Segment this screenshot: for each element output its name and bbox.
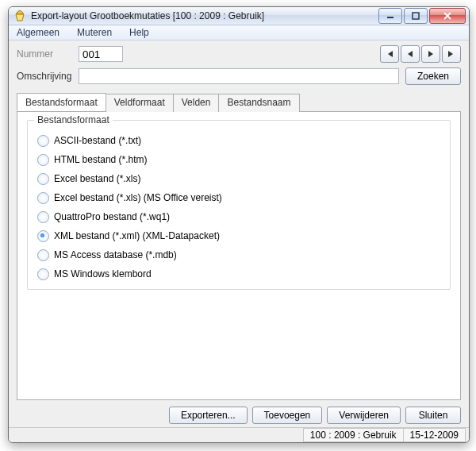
- sluiten-button[interactable]: Sluiten: [405, 407, 461, 424]
- statusbar: 100 : 2009 : Gebruik 15-12-2009: [9, 427, 469, 442]
- tab-panel: Bestandsformaat ASCII-bestand (*.txt) HT…: [17, 111, 461, 400]
- nummer-input[interactable]: [79, 46, 123, 62]
- radio-mdb[interactable]: MS Access database (*.mdb): [37, 246, 440, 264]
- radio-html[interactable]: HTML bestand (*.htm): [37, 151, 440, 168]
- radio-clipboard[interactable]: MS Windows klembord: [37, 265, 440, 283]
- nav-next-button[interactable]: [421, 45, 440, 63]
- menu-muteren[interactable]: Muteren: [74, 25, 115, 40]
- radio-icon: [37, 249, 49, 261]
- radio-icon: [37, 173, 49, 185]
- radio-icon: [37, 154, 49, 166]
- status-context: 100 : 2009 : Gebruik: [303, 428, 404, 442]
- record-nav: [380, 45, 461, 63]
- maximize-button[interactable]: [404, 8, 428, 24]
- group-title: Bestandsformaat: [34, 114, 113, 125]
- tab-veldformaat[interactable]: Veldformaat: [106, 94, 174, 112]
- minimize-button[interactable]: [378, 8, 402, 24]
- nav-prev-button[interactable]: [401, 45, 420, 63]
- tab-bestandsnaam[interactable]: Bestandsnaam: [218, 94, 299, 112]
- radio-icon: [37, 211, 49, 223]
- window-controls: [378, 8, 466, 24]
- menu-algemeen[interactable]: Algemeen: [13, 25, 63, 40]
- nav-first-button[interactable]: [380, 45, 399, 63]
- window-title: Export-layout Grootboekmutaties [100 : 2…: [31, 10, 264, 21]
- exporteren-button[interactable]: Exporteren...: [169, 407, 248, 424]
- tabs: Bestandsformaat Veldformaat Velden Besta…: [17, 93, 461, 400]
- radio-xls[interactable]: Excel bestand (*.xls): [37, 170, 440, 187]
- toevoegen-button[interactable]: Toevoegen: [252, 407, 323, 424]
- radio-icon: [37, 192, 49, 204]
- bestandsformaat-group: Bestandsformaat ASCII-bestand (*.txt) HT…: [27, 120, 451, 290]
- tab-velden[interactable]: Velden: [173, 94, 220, 112]
- radio-xls-office[interactable]: Excel bestand (*.xls) (MS Office vereist…: [37, 189, 440, 206]
- verwijderen-button[interactable]: Verwijderen: [327, 407, 401, 424]
- zoeken-label: Zoeken: [417, 71, 449, 82]
- svg-rect-1: [413, 13, 419, 19]
- omschrijving-input[interactable]: [79, 68, 399, 84]
- menubar: Algemeen Muteren Help: [9, 25, 469, 40]
- app-icon: [13, 10, 26, 22]
- radio-icon: [37, 135, 49, 147]
- footer-buttons: Exporteren... Toevoegen Verwijderen Slui…: [17, 407, 461, 424]
- zoeken-button[interactable]: Zoeken: [405, 67, 461, 85]
- tab-bestandsformaat[interactable]: Bestandsformaat: [17, 93, 106, 111]
- radio-xml[interactable]: XML bestand (*.xml) (XML-Datapacket): [37, 227, 440, 245]
- menu-help[interactable]: Help: [126, 25, 152, 40]
- close-button[interactable]: [429, 8, 466, 24]
- titlebar: Export-layout Grootboekmutaties [100 : 2…: [9, 7, 469, 25]
- nummer-label: Nummer: [17, 48, 79, 60]
- status-date: 15-12-2009: [403, 428, 466, 442]
- radio-icon: [37, 268, 49, 280]
- radio-icon: [37, 230, 49, 242]
- svg-rect-0: [387, 17, 393, 18]
- radio-ascii[interactable]: ASCII-bestand (*.txt): [37, 132, 440, 149]
- window: Export-layout Grootboekmutaties [100 : 2…: [8, 6, 470, 443]
- nav-last-button[interactable]: [442, 45, 461, 63]
- radio-quattro[interactable]: QuattroPro bestand (*.wq1): [37, 208, 440, 226]
- client-area: Nummer Omschrijving Zoeken Bestandsforma…: [9, 40, 469, 427]
- omschrijving-label: Omschrijving: [17, 71, 79, 82]
